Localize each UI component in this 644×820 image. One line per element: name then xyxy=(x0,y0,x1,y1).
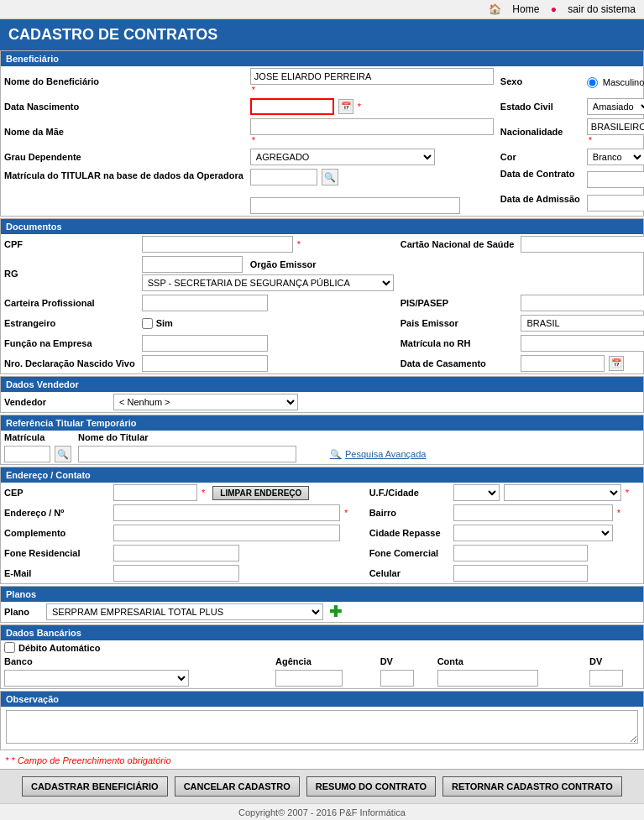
table-row: Estrangeiro Sim Pais Emissor BRASIL xyxy=(1,313,644,333)
table-row: Matrícula Nome do Titular xyxy=(1,431,643,444)
plano-select[interactable]: SERPRAM EMPRESARIAL TOTAL PLUS xyxy=(46,603,323,620)
referencia-titular-header: Referência Titular Temporário xyxy=(1,415,643,431)
carteira-prof-input[interactable] xyxy=(142,295,268,311)
endereco-input[interactable] xyxy=(113,504,340,521)
orgao-emissor-select[interactable]: SSP - SECRETARIA DE SEGURANÇA PÚBLICA DE… xyxy=(142,274,394,291)
estrangeiro-checkbox[interactable] xyxy=(142,318,153,329)
table-row: Complemento Cidade Repasse xyxy=(1,523,643,543)
uf-cidade-label: U.F./Cidade xyxy=(366,483,450,503)
table-row: RG Orgão Emissor SSP - SECRETARIA DE SEG… xyxy=(1,254,644,293)
data-nasc-input[interactable] xyxy=(250,98,334,115)
cor-label: Cor xyxy=(497,147,584,167)
observacao-textarea[interactable] xyxy=(6,710,638,744)
uf-select[interactable] xyxy=(453,484,500,501)
cartao-label: Cartão Nacional de Saúde xyxy=(397,234,518,254)
footer-buttons: CADASTRAR BENEFICIÁRIO CANCELAR CADASTRO… xyxy=(0,769,644,803)
funcao-input[interactable] xyxy=(142,335,268,352)
ref-nome-input[interactable] xyxy=(78,446,296,462)
nome-label: Nome do Beneficiário xyxy=(1,66,247,97)
req-note: * * Campo de Preenchimento obrigatório xyxy=(0,752,644,769)
matricula-rh-input[interactable] xyxy=(521,335,644,352)
cpf-label: CPF xyxy=(1,234,139,254)
nome-beneficiario-input[interactable] xyxy=(250,68,494,85)
ref-matricula-input[interactable] xyxy=(4,446,50,462)
estado-civil-select[interactable]: Amasiado Solteiro Casado Divorciado Viúv… xyxy=(587,98,644,115)
data-casamento-label: Data de Casamento xyxy=(397,353,518,373)
conta-dv-input[interactable] xyxy=(589,670,623,687)
pis-input[interactable] xyxy=(521,295,644,311)
pis-label: PIS/PASEP xyxy=(397,293,518,313)
debito-automatico-checkbox[interactable] xyxy=(4,642,15,653)
exit-icon: ● xyxy=(551,3,557,15)
cep-input[interactable] xyxy=(113,484,197,501)
resumo-button[interactable]: RESUMO DO CONTRATO xyxy=(306,776,436,796)
matricula-label: Matrícula do TITULAR na base de dados da… xyxy=(1,167,247,216)
estrangeiro-label: Estrangeiro xyxy=(1,313,139,333)
retornar-button[interactable]: RETORNAR CADASTRO CONTRATO xyxy=(442,776,622,796)
email-input[interactable] xyxy=(113,565,239,582)
matricula-rh-label: Matrícula no RH xyxy=(397,333,518,353)
pais-emissor-select[interactable]: BRASIL xyxy=(521,315,644,332)
copyright-text: Copyright© 2007 - 2016 P&F Informática xyxy=(0,803,644,820)
cidade-select[interactable] xyxy=(504,484,621,501)
sexo-label: Sexo xyxy=(497,66,584,97)
table-row: CPF * Cartão Nacional de Saúde xyxy=(1,234,644,254)
cidade-repasse-select[interactable] xyxy=(453,525,613,541)
dados-bancarios-section: Dados Bancários Débito Automático Banco … xyxy=(0,624,644,689)
dados-vendedor-header: Dados Vendedor xyxy=(1,377,643,392)
referencia-titular-table: Matrícula Nome do Titular 🔍 🔍 Pesquisa A xyxy=(1,431,643,464)
beneficiario-section: Beneficiário Nome do Beneficiário * Sexo… xyxy=(0,50,644,217)
fone-com-input[interactable] xyxy=(453,545,588,561)
endereco-label: Endereço / Nº xyxy=(1,503,110,523)
cartao-input[interactable] xyxy=(521,236,644,253)
planos-header: Planos xyxy=(1,587,643,602)
endereco-table: CEP * Limpar endereço U.F./Cidade * xyxy=(1,483,643,583)
rg-input[interactable] xyxy=(142,256,243,273)
email-label: E-Mail xyxy=(1,563,110,583)
agencia-input[interactable] xyxy=(275,670,343,687)
table-row: Plano SERPRAM EMPRESARIAL TOTAL PLUS ✚ xyxy=(1,602,643,622)
nome-mae-label: Nome da Mãe xyxy=(1,117,247,147)
fone-res-input[interactable] xyxy=(113,545,239,561)
matricula-field: 🔍 xyxy=(250,169,494,185)
matricula-search-icon[interactable]: 🔍 xyxy=(322,169,338,185)
nome-mae-input[interactable] xyxy=(250,118,494,135)
celular-input[interactable] xyxy=(453,565,588,582)
table-row: 🔍 🔍 Pesquisa Avançada xyxy=(1,444,643,464)
cadastrar-button[interactable]: CADASTRAR BENEFICIÁRIO xyxy=(22,776,168,796)
agencia-dv-input[interactable] xyxy=(380,670,414,687)
matricula-text-input[interactable] xyxy=(250,197,460,214)
complemento-input[interactable] xyxy=(113,525,340,541)
pais-emissor-label: Pais Emissor xyxy=(397,313,518,333)
grau-dependente-select[interactable]: AGREGADO TITULAR CÔNJUGE FILHO(A) OUTROS xyxy=(250,149,435,165)
table-row: E-Mail Celular xyxy=(1,563,643,583)
cor-select[interactable]: Branco Preto Pardo Amarelo Indígena xyxy=(587,149,644,165)
observacao-section: Observação xyxy=(0,691,644,750)
cancelar-button[interactable]: CANCELAR CADASTRO xyxy=(175,776,300,796)
plano-label: Plano xyxy=(1,602,43,622)
funcao-label: Função na Empresa xyxy=(1,333,139,353)
bairro-label: Bairro xyxy=(366,503,450,523)
sexo-radio-group: Masculino Feminino xyxy=(587,76,644,88)
nacionalidade-input[interactable] xyxy=(587,118,644,135)
data-casamento-input[interactable] xyxy=(521,355,605,372)
documentos-table: CPF * Cartão Nacional de Saúde RG Orgão … xyxy=(1,234,644,373)
sexo-masculino-radio[interactable] xyxy=(587,77,598,88)
banco-select[interactable] xyxy=(4,670,189,687)
limpar-endereco-button[interactable]: Limpar endereço xyxy=(212,486,309,500)
add-plano-icon[interactable]: ✚ xyxy=(329,604,342,619)
conta-input[interactable] xyxy=(437,670,538,687)
vendedor-select[interactable]: < Nenhum > xyxy=(113,394,298,410)
ref-search-icon[interactable]: 🔍 xyxy=(55,446,71,462)
data-contrato-input[interactable] xyxy=(587,171,644,188)
data-casamento-calendar-icon[interactable]: 📅 xyxy=(609,356,624,371)
exit-link[interactable]: sair do sistema xyxy=(568,3,636,15)
bairro-input[interactable] xyxy=(453,504,613,521)
matricula-input[interactable] xyxy=(250,169,317,185)
data-admissao-input[interactable] xyxy=(587,195,644,212)
cpf-input[interactable] xyxy=(142,236,293,253)
home-link[interactable]: Home xyxy=(512,3,539,15)
nro-declaracao-input[interactable] xyxy=(142,355,268,372)
data-nasc-calendar-icon[interactable]: 📅 xyxy=(338,99,353,114)
pesquisa-avancada-link[interactable]: 🔍 Pesquisa Avançada xyxy=(330,449,640,460)
